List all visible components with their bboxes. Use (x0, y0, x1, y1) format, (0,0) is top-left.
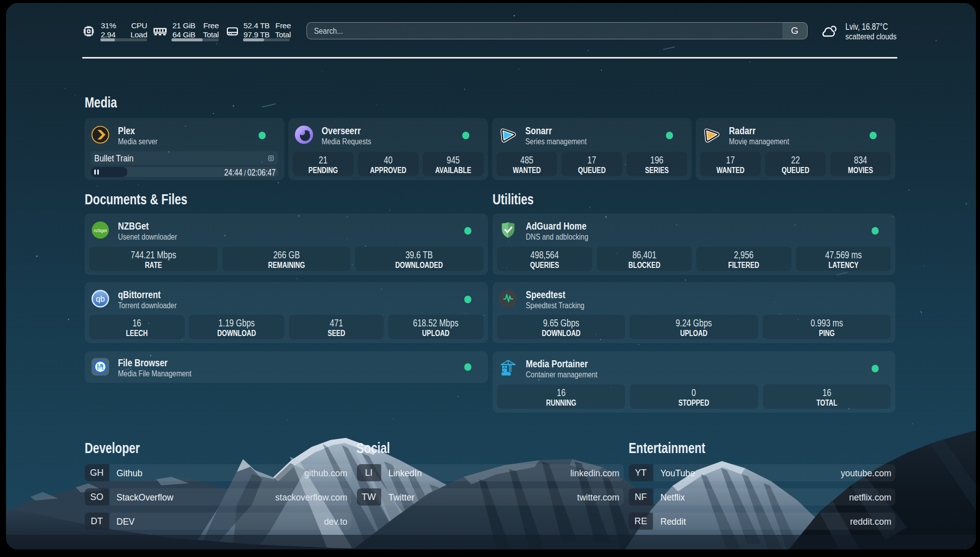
svg-text:nzbget: nzbget (94, 228, 107, 233)
svg-text:qb: qb (96, 295, 105, 303)
